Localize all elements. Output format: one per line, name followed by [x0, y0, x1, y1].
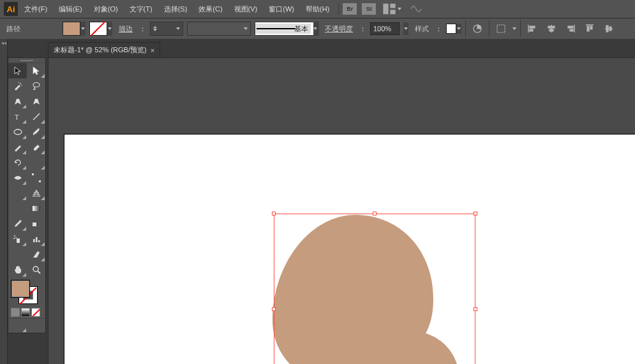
bbox-handle-w[interactable]: [272, 307, 276, 311]
toolbox: T: [8, 57, 46, 333]
artboard-tool[interactable]: [8, 247, 27, 262]
stroke-colon: ：: [139, 24, 146, 34]
svg-point-20: [20, 83, 21, 84]
svg-rect-4: [497, 25, 505, 33]
line-tool[interactable]: [27, 109, 45, 124]
style-swatch[interactable]: [446, 24, 456, 34]
stroke-caret[interactable]: [107, 22, 112, 36]
toolbox-grip[interactable]: [8, 58, 45, 63]
direct-selection-tool[interactable]: [27, 63, 45, 78]
ellipse-tool[interactable]: [8, 124, 27, 140]
brush-profile-dropdown[interactable]: 基本: [255, 22, 318, 36]
svg-rect-44: [36, 237, 38, 242]
menu-help[interactable]: 帮助(H): [301, 2, 334, 17]
eraser-tool[interactable]: [27, 140, 45, 155]
svg-rect-35: [15, 205, 21, 212]
width-tool[interactable]: [8, 170, 27, 186]
artboard[interactable]: [64, 135, 635, 364]
align-vcenter-icon[interactable]: [601, 21, 616, 36]
selection-bbox[interactable]: [274, 214, 475, 364]
gpu-icon[interactable]: [409, 3, 423, 15]
perspective-grid-tool[interactable]: [27, 186, 45, 201]
svg-rect-31: [32, 173, 34, 175]
mesh-tool[interactable]: [8, 201, 27, 216]
arrange-docs-button[interactable]: [382, 3, 396, 15]
blend-tool[interactable]: [27, 216, 45, 231]
stroke-swatch-group[interactable]: [89, 22, 112, 36]
selection-context-label: 路径: [4, 24, 23, 34]
hand-tool[interactable]: [8, 262, 27, 277]
symbol-sprayer-tool[interactable]: [8, 231, 27, 247]
bbox-handle-nw[interactable]: [272, 212, 276, 215]
shaper-tool[interactable]: [8, 140, 27, 155]
fill-swatch[interactable]: [63, 22, 80, 36]
svg-rect-37: [33, 222, 36, 226]
curvature-tool[interactable]: [27, 94, 45, 109]
eyedropper-tool[interactable]: [8, 216, 27, 231]
bridge-button[interactable]: Br: [343, 3, 357, 15]
opacity-label[interactable]: 不透明度: [322, 24, 355, 34]
selection-tool[interactable]: [8, 63, 27, 78]
align-left-icon[interactable]: [525, 21, 540, 36]
magic-wand-tool[interactable]: [8, 78, 27, 94]
canvas-area[interactable]: [48, 57, 635, 364]
bbox-handle-n[interactable]: [373, 212, 377, 215]
svg-rect-19: [609, 27, 611, 31]
rotate-tool[interactable]: [8, 155, 27, 170]
fill-color-box[interactable]: [11, 280, 30, 298]
opacity-caret[interactable]: [403, 22, 408, 35]
bbox-handle-e[interactable]: [474, 307, 477, 311]
style-dropdown[interactable]: [446, 24, 461, 34]
stock-button[interactable]: St: [362, 3, 376, 15]
stroke-swatch[interactable]: [89, 22, 107, 36]
align-hcenter-icon[interactable]: [544, 21, 559, 36]
menu-edit[interactable]: 编辑(E): [54, 2, 87, 17]
stroke-label[interactable]: 描边: [116, 24, 135, 34]
align-to-icon[interactable]: [493, 21, 509, 36]
document-tab-bar: 未标题-1* @ 52% (RGB/预览) ×: [48, 42, 160, 57]
separator: [338, 3, 339, 15]
close-tab-button[interactable]: ×: [151, 47, 154, 54]
vsp-dropdown[interactable]: [187, 22, 251, 36]
align-right-icon[interactable]: [563, 21, 578, 36]
type-tool[interactable]: T: [8, 109, 27, 124]
none-mode-button[interactable]: [31, 308, 40, 317]
gradient-mode-button[interactable]: [21, 308, 30, 317]
pen-tool[interactable]: [8, 94, 27, 109]
fill-caret[interactable]: [80, 22, 86, 36]
stroke-weight-dropdown[interactable]: [150, 22, 183, 36]
lasso-tool[interactable]: [27, 78, 45, 94]
paintbrush-tool[interactable]: [27, 124, 45, 140]
svg-rect-15: [587, 26, 589, 31]
bbox-handle-ne[interactable]: [474, 212, 477, 215]
shape-builder-tool[interactable]: [8, 186, 27, 201]
menu-object[interactable]: 对象(O): [89, 2, 123, 17]
fill-stroke-box: [8, 277, 45, 307]
color-mode-button[interactable]: [11, 308, 20, 317]
column-graph-tool[interactable]: [27, 231, 45, 247]
gradient-tool[interactable]: [27, 201, 45, 216]
fill-swatch-group[interactable]: [63, 22, 86, 36]
align-caret[interactable]: [512, 27, 516, 30]
panel-collapse-strip[interactable]: ◂◂: [0, 39, 8, 364]
svg-point-47: [33, 266, 38, 272]
menu-effect[interactable]: 效果(C): [193, 2, 227, 17]
recolor-art-icon[interactable]: [470, 21, 485, 36]
edit-toolbar-button[interactable]: [27, 319, 45, 333]
align-top-icon[interactable]: [582, 21, 597, 36]
svg-point-23: [33, 83, 40, 87]
slice-tool[interactable]: [27, 247, 45, 262]
free-transform-tool[interactable]: [27, 170, 45, 186]
menu-view[interactable]: 视图(V): [229, 2, 263, 17]
arrange-docs-caret[interactable]: [398, 8, 401, 10]
menu-select[interactable]: 选择(S): [159, 2, 193, 17]
document-tab[interactable]: 未标题-1* @ 52% (RGB/预览) ×: [48, 42, 160, 57]
menu-window[interactable]: 窗口(W): [264, 2, 299, 17]
brush-profile-label: 基本: [294, 24, 308, 34]
zoom-tool[interactable]: [27, 262, 45, 277]
opacity-input[interactable]: [370, 22, 400, 35]
menu-type[interactable]: 文字(T): [124, 2, 158, 17]
screen-mode-button[interactable]: [8, 319, 27, 333]
scale-tool[interactable]: [27, 155, 45, 170]
menu-file[interactable]: 文件(F): [19, 2, 52, 17]
